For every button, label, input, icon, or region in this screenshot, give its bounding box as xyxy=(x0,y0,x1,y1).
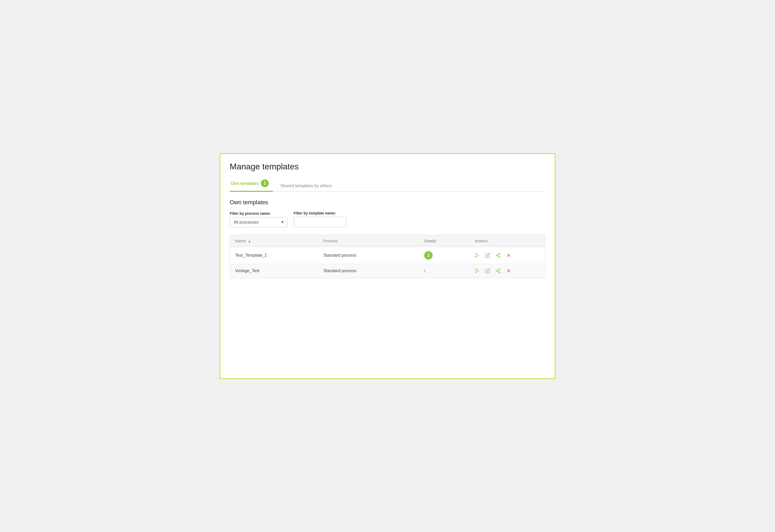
svg-point-10 xyxy=(496,270,498,272)
col-header-details: Details xyxy=(419,235,469,247)
sort-asc-icon: ▲ xyxy=(248,239,251,243)
filter-process-select[interactable]: All processes xyxy=(230,217,287,227)
tabs-row: Own templates 1 Shared templates by othe… xyxy=(230,178,545,192)
templates-table: Name ▲ Process Details Actions xyxy=(230,235,545,278)
filter-template-group: Filter by template name: xyxy=(294,211,346,227)
svg-marker-8 xyxy=(476,269,479,273)
tab-own-templates[interactable]: Own templates 1 xyxy=(230,178,273,192)
row-2-process: Standard process xyxy=(318,264,419,278)
details-badge-2[interactable]: 2 xyxy=(424,251,433,259)
filter-process-wrapper: All processes ▼ xyxy=(230,217,287,227)
play-icon[interactable] xyxy=(475,268,480,274)
delete-icon[interactable] xyxy=(506,268,511,274)
col-actions-label: Actions xyxy=(475,238,488,243)
row-2-name: Vorlage_Test xyxy=(230,264,318,278)
svg-line-12 xyxy=(498,271,499,272)
tab-shared-label: Shared templates by others xyxy=(280,183,332,188)
svg-line-4 xyxy=(498,255,499,256)
row-1-actions-cell xyxy=(475,253,540,258)
svg-point-1 xyxy=(499,253,500,254)
filters-row: Filter by process name: All processes ▼ … xyxy=(230,211,545,227)
row-2-actions-cell xyxy=(475,268,540,274)
page-title: Manage templates xyxy=(230,162,545,171)
row-1-actions xyxy=(469,247,545,264)
tab-own-badge: 1 xyxy=(261,179,269,187)
delete-icon[interactable] xyxy=(506,253,511,258)
svg-point-2 xyxy=(496,254,498,256)
row-1-details: 2 xyxy=(419,247,469,264)
svg-line-5 xyxy=(498,254,499,255)
col-details-label: Details xyxy=(424,238,436,243)
col-header-name[interactable]: Name ▲ xyxy=(230,235,318,247)
row-1-process: Standard process xyxy=(318,247,419,264)
section-title: Own templates xyxy=(230,199,545,206)
edit-icon[interactable] xyxy=(485,268,490,274)
details-info-icon[interactable]: i xyxy=(424,268,425,274)
svg-point-9 xyxy=(499,269,500,270)
svg-line-13 xyxy=(498,270,499,270)
table-row: Test_Template_1 Standard process 2 xyxy=(230,247,545,264)
filter-process-group: Filter by process name: All processes ▼ xyxy=(230,211,287,227)
svg-point-3 xyxy=(499,256,500,257)
table-row: Vorlage_Test Standard process i xyxy=(230,264,545,278)
col-header-actions: Actions xyxy=(469,235,545,247)
col-name-label: Name xyxy=(235,238,246,243)
share-icon[interactable] xyxy=(496,253,501,258)
table-header-row: Name ▲ Process Details Actions xyxy=(230,235,545,247)
filter-process-label: Filter by process name: xyxy=(230,211,287,215)
play-icon[interactable] xyxy=(475,253,480,258)
col-process-label: Process xyxy=(323,238,338,243)
edit-icon[interactable] xyxy=(485,253,490,258)
row-2-actions xyxy=(469,264,545,278)
row-2-details: i xyxy=(419,264,469,278)
templates-table-container: Name ▲ Process Details Actions xyxy=(230,235,545,278)
page-container: Manage templates Own templates 1 Shared … xyxy=(220,153,555,379)
tab-shared-templates[interactable]: Shared templates by others xyxy=(279,181,336,191)
filter-template-input[interactable] xyxy=(294,217,346,227)
tab-own-label: Own templates xyxy=(231,181,259,186)
filter-template-label: Filter by template name: xyxy=(294,211,346,215)
svg-marker-0 xyxy=(476,253,479,257)
share-icon[interactable] xyxy=(496,268,501,274)
svg-point-11 xyxy=(499,272,500,273)
row-1-name: Test_Template_1 xyxy=(230,247,318,264)
col-header-process: Process xyxy=(318,235,419,247)
